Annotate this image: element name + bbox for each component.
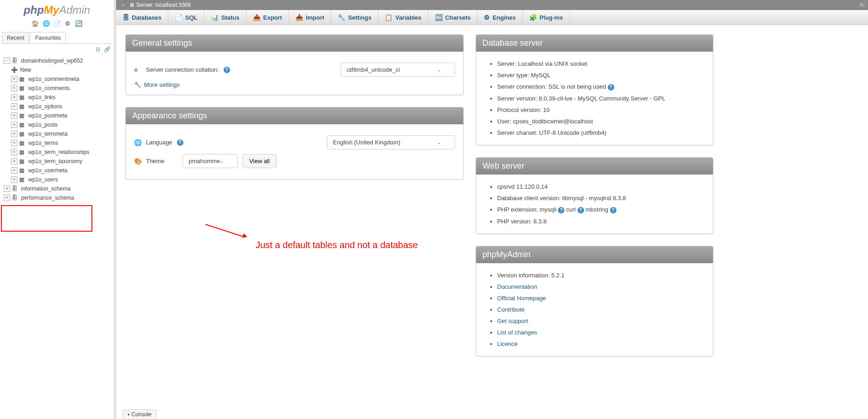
breadcrumb-server[interactable]: Server: localhost:3306 (136, 2, 191, 8)
plus-icon[interactable]: + (11, 112, 17, 119)
annotation-arrow (205, 224, 246, 225)
table-icon: ▦ (19, 131, 27, 137)
help-icon[interactable]: ? (224, 67, 230, 73)
pma-link[interactable]: List of changes (497, 329, 537, 336)
tab-engines[interactable]: ⚙Engines (477, 10, 523, 25)
table-node[interactable]: +▦wp1o_term_relationships (0, 148, 114, 157)
tab-plug-ins[interactable]: 🧩Plug-ins (523, 10, 570, 25)
table-node[interactable]: +▦wp1o_links (0, 93, 114, 102)
language-select[interactable]: English (United Kingdom) ⌄ (327, 135, 455, 149)
table-icon: ▦ (19, 149, 27, 155)
more-settings-link[interactable]: More settings (144, 81, 180, 88)
db-node[interactable]: − 🗄 domainhostingsel_wp652 (0, 56, 114, 65)
info-item: Server: Localhost via UNIX socket (497, 58, 705, 69)
tab-status[interactable]: 📊Status (204, 10, 246, 25)
table-icon: ▦ (19, 85, 27, 91)
console-icon: ▪ (128, 411, 129, 418)
tab-icon: 📤 (253, 14, 261, 21)
plus-icon[interactable]: + (11, 176, 17, 183)
chevron-down-icon: ⌄ (437, 140, 441, 145)
pma-link[interactable]: Official Homepage (497, 295, 546, 302)
plus-icon[interactable]: + (11, 76, 17, 82)
pma-link[interactable]: Documentation (497, 283, 537, 290)
settings-icon[interactable]: ⚙ (64, 20, 71, 27)
table-node[interactable]: +▦wp1o_termmeta (0, 129, 114, 138)
table-node[interactable]: +▦wp1o_commentmeta (0, 74, 114, 84)
tab-databases[interactable]: 🗄Databases (116, 10, 168, 25)
tab-icon: 📊 (211, 14, 219, 21)
back-arrow-icon[interactable]: ← (121, 2, 126, 8)
help-icon[interactable]: ? (558, 207, 564, 213)
panel-title: Database server (476, 35, 713, 52)
db-node-info-schema[interactable]: + 🗄 information_schema (0, 184, 114, 193)
table-node[interactable]: +▦wp1o_options (0, 102, 114, 111)
table-node[interactable]: +▦wp1o_postmeta (0, 111, 114, 120)
theme-select[interactable]: pmahomme ⌄ (182, 154, 238, 168)
plus-icon[interactable]: + (11, 149, 17, 155)
table-name: wp1o_termmeta (28, 131, 68, 137)
plus-icon[interactable]: + (11, 131, 17, 137)
collapse-tree-icon[interactable]: ⊟ (94, 46, 100, 53)
pma-link[interactable]: Licence (497, 340, 518, 347)
tab-sql[interactable]: 📄SQL (168, 10, 204, 25)
plus-icon[interactable]: + (4, 195, 10, 201)
phpmyadmin-logo[interactable]: phpMyAdmin (0, 0, 114, 18)
plus-icon[interactable]: + (11, 158, 17, 164)
database-tree: − 🗄 domainhostingsel_wp652 ➕ New +▦wp1o_… (0, 54, 114, 204)
plus-icon[interactable]: + (11, 103, 17, 110)
table-node[interactable]: +▦wp1o_posts (0, 120, 114, 129)
table-icon: ▦ (19, 103, 27, 110)
plus-icon[interactable]: + (4, 186, 10, 192)
db-node-perf-schema[interactable]: + 🗄 performance_schema (0, 193, 114, 202)
tab-icon: 🔤 (435, 14, 443, 21)
docs-icon[interactable]: 📄 (54, 20, 61, 27)
logout-icon[interactable]: 🌐 (43, 20, 50, 27)
plus-icon[interactable]: + (11, 167, 17, 174)
reload-icon[interactable]: 🔄 (75, 20, 82, 27)
web-server-panel: Web server cpsrvd 11.120.0.14Database cl… (476, 157, 713, 234)
table-name: wp1o_commentmeta (28, 76, 79, 82)
pma-link[interactable]: Get support (497, 318, 528, 324)
table-node[interactable]: +▦wp1o_term_taxonomy (0, 157, 114, 166)
help-icon[interactable]: ? (177, 139, 183, 146)
tab-settings[interactable]: 🔧Settings (331, 10, 378, 25)
tab-export[interactable]: 📤Export (246, 10, 289, 25)
help-icon[interactable]: ? (610, 207, 616, 213)
plus-icon[interactable]: + (11, 85, 17, 91)
view-all-button[interactable]: View all (242, 154, 277, 168)
appearance-settings-panel: Appearance settings 🌐 Language ? English… (125, 107, 464, 180)
collapse-panel-icon[interactable]: ⇱ (860, 2, 865, 9)
table-icon: ▦ (19, 94, 27, 101)
tab-recent[interactable]: Recent (2, 32, 29, 43)
tab-charsets[interactable]: 🔤Charsets (429, 10, 478, 25)
info-item: PHP extension: mysqli ? curl ? mbstring … (497, 204, 705, 216)
minus-icon[interactable]: − (4, 58, 10, 64)
table-node[interactable]: +▦wp1o_users (0, 175, 114, 184)
table-node[interactable]: +▦wp1o_terms (0, 138, 114, 148)
plus-icon[interactable]: + (11, 94, 17, 101)
table-node[interactable]: +▦wp1o_comments (0, 84, 114, 93)
info-item: Version information: 5.2.1 (497, 270, 705, 281)
new-node[interactable]: ➕ New (0, 65, 114, 74)
console-toggle[interactable]: ▪ Console (123, 409, 156, 419)
collation-select[interactable]: utf8mb4_unicode_ci ⌄ (341, 63, 455, 77)
table-name: wp1o_options (28, 103, 62, 110)
table-node[interactable]: +▦wp1o_usermeta (0, 166, 114, 175)
plus-icon[interactable]: + (11, 140, 17, 146)
pma-link[interactable]: Contribute (497, 306, 525, 313)
tab-variables[interactable]: 📋Variables (378, 10, 428, 25)
info-item: cpsrvd 11.120.0.14 (497, 181, 705, 192)
help-icon[interactable]: ? (608, 84, 614, 90)
table-name: wp1o_comments (28, 85, 70, 91)
tab-favourites[interactable]: Favourites (30, 32, 66, 43)
info-item: Server version: 8.0.39-cll-lve - MySQL C… (497, 93, 705, 104)
general-settings-panel: General settings ≡ Server connection col… (125, 34, 464, 95)
table-icon: ▦ (19, 112, 27, 119)
top-tabs: 🗄Databases📄SQL📊Status📤Export📥Import🔧Sett… (116, 10, 868, 25)
tab-import[interactable]: 📥Import (289, 10, 331, 25)
link-icon[interactable]: 🔗 (104, 46, 110, 53)
help-icon[interactable]: ? (578, 207, 584, 213)
plus-icon[interactable]: + (11, 122, 17, 128)
annotation-highlight (1, 205, 92, 232)
home-icon[interactable]: 🏠 (32, 20, 39, 27)
